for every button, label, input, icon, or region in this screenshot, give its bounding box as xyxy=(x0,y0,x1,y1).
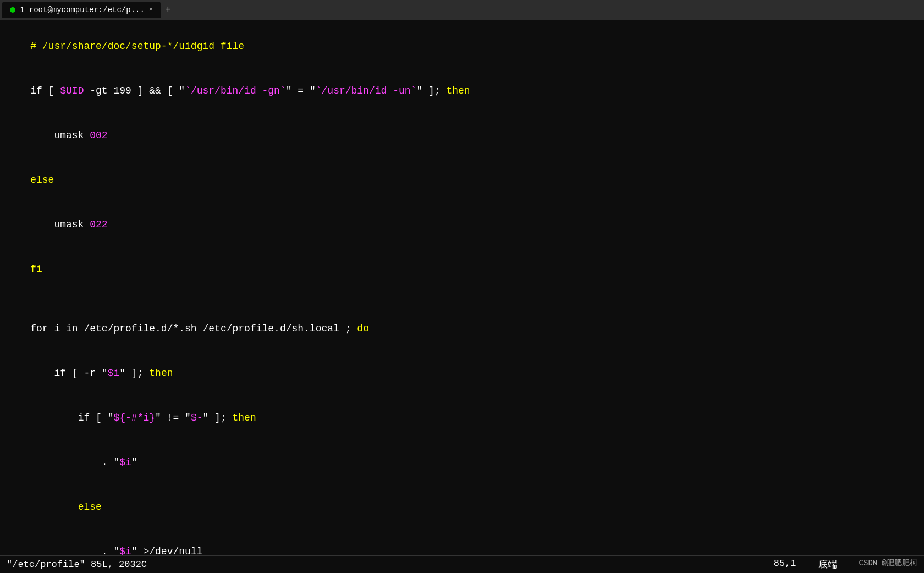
code-line-12: else xyxy=(7,485,917,530)
terminal-tab[interactable]: 1 root@mycomputer:/etc/p... × xyxy=(2,2,161,18)
code-line-3: umask 002 xyxy=(7,113,917,158)
code-line-1: # /usr/share/doc/setup-*/uidgid file xyxy=(7,24,917,69)
terminal-content: # /usr/share/doc/setup-*/uidgid file if … xyxy=(0,20,924,573)
code-line-7 xyxy=(7,292,917,307)
watermark: CSDN @肥肥肥柯 xyxy=(859,558,917,571)
code-line-5: umask 022 xyxy=(7,203,917,247)
code-line-4: else xyxy=(7,158,917,203)
tab-label: 1 root@mycomputer:/etc/p... xyxy=(20,6,145,14)
code-line-10: if [ "${-#*i}" != "$-" ]; then xyxy=(7,396,917,440)
code-line-9: if [ -r "$i" ]; then xyxy=(7,351,917,396)
status-bar: "/etc/profile" 85L, 2032C 85,1 底端 CSDN @… xyxy=(0,555,924,573)
tab-bar: 1 root@mycomputer:/etc/p... × + xyxy=(0,0,924,20)
cursor-position: 85,1 xyxy=(774,558,796,571)
file-info: "/etc/profile" 85L, 2032C xyxy=(7,559,147,570)
code-line-2: if [ $UID -gt 199 ] && [ "`/usr/bin/id -… xyxy=(7,69,917,113)
scroll-mode: 底端 xyxy=(818,558,837,571)
code-line-6: fi xyxy=(7,247,917,292)
new-tab-button[interactable]: + xyxy=(161,4,175,15)
code-line-11: . "$i" xyxy=(7,440,917,485)
tab-status-dot xyxy=(10,7,15,13)
tab-close-button[interactable]: × xyxy=(149,6,153,14)
code-line-8: for i in /etc/profile.d/*.sh /etc/profil… xyxy=(7,307,917,351)
